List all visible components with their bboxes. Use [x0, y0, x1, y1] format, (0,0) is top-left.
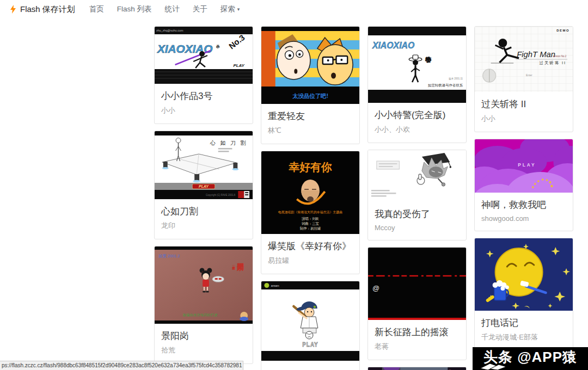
thumb-credit-line1: 电视连续剧《贫嘴张大民的幸福生活》主题曲 [278, 210, 342, 214]
thumb-title-text: 幸好有你 [288, 161, 332, 173]
flash-card-shena[interactable]: PLAY 神啊，救救我吧 showgood.com [474, 139, 573, 231]
card-body: 打电话记 千龙动漫城·E部落 [475, 311, 573, 350]
thumb-green-text: 改编自水浒传武松打虎 [182, 313, 218, 317]
thumbnail-xiaoxiao3[interactable]: zhu_zhq@sohu.com XIAOXIAO No.3 小小作品 PLAY [155, 27, 253, 84]
lightning-bolt-icon [10, 5, 16, 14]
thumb-title-text: 心 如 刀 割 [210, 140, 248, 146]
thumb-site-text: ansam [271, 285, 279, 287]
card-title: 我真的受伤了 [375, 208, 460, 221]
thumbnail-dadianhuaji[interactable] [475, 238, 573, 311]
card-author: 老蒋 [375, 342, 460, 351]
card-title: 爆笑版《幸好有你》 [268, 240, 353, 253]
thumbnail-jingyanggang[interactable]: 拾荒 2001.2 景阳岗 水浒英雄传之一 改编自水浒传武松打虎 [155, 246, 253, 324]
thumb-enter-text: Enter [526, 74, 532, 77]
thumb-copyright-text: Copyright (C) RAVE 2001.6 [206, 194, 236, 196]
card-body: 景阳岗 拾荒 [155, 324, 253, 363]
thumb-version-text: version No.2 [553, 55, 566, 58]
card-body [261, 367, 359, 370]
thumbnail-guoguanzhanjiang[interactable]: DEMO FighT Man version No.2 过关斩将 II Ente… [475, 27, 573, 92]
masonry-column-2: 太没品位了吧! 重爱轻友 林℃ 幸好有你 电视连续剧《贫嘴张大民的幸福生活》主题… [261, 26, 360, 370]
card-body: 过关斩将 II 小小 [475, 92, 573, 132]
card-body: 心如刀割 龙印 [155, 199, 253, 239]
flash-card-guoguanzhanjiang[interactable]: DEMO FighT Man version No.2 过关斩将 II Ente… [474, 26, 573, 132]
flash-card-baseball[interactable]: ansam PLAY [261, 281, 360, 370]
nav-item-label: Flash 列表 [117, 4, 152, 14]
flash-card-xiaoxiao3[interactable]: zhu_zhq@sohu.com XIAOXIAO No.3 小小作品 PLAY… [154, 26, 253, 124]
flash-card-xinrudaoge[interactable]: 心 如 刀 割 PLAY Copyright (C) RAVE 2001.6 心… [154, 131, 253, 239]
card-author: 小小 [481, 114, 566, 124]
thumb-credit-line3: 词曲：三宝 [302, 221, 320, 226]
thumb-caption-text: 太没品位了吧! [292, 93, 328, 99]
flash-card-partial[interactable] [367, 367, 467, 370]
thumb-at-text: @ [372, 284, 379, 292]
brand[interactable]: Flash 保存计划 [10, 4, 75, 15]
card-body: 重爱轻友 林℃ [261, 104, 359, 144]
card-author: 小小、小欢 [375, 125, 460, 134]
flash-card-dadianhuaji[interactable]: 打电话记 千龙动漫城·E部落 [474, 238, 573, 351]
card-author: 龙印 [161, 221, 246, 231]
card-body: 爆笑版《幸好有你》 易拉罐 [261, 234, 359, 274]
flash-card-xinchangzheng[interactable]: @ 新长征路上的摇滚 老蒋 [367, 247, 467, 360]
thumbnail-chongaiqingyou[interactable]: 太没品位了吧! [261, 27, 359, 104]
nav-item-stats[interactable]: 统计 [165, 4, 180, 14]
thumb-email-text: zhu_zhq@sohu.com [156, 29, 183, 32]
nav-item-flash-list[interactable]: Flash 列表 [117, 4, 152, 14]
flash-card-chongaiqingyou[interactable]: 太没品位了吧! 重爱轻友 林℃ [261, 26, 360, 144]
thumb-logo-text: XIAOXIAO [372, 41, 415, 50]
card-title: 景阳岗 [161, 330, 246, 343]
status-bar-url: ps://flash.zczc.cz/flash/988dbc63f848515… [0, 361, 243, 370]
navbar: Flash 保存计划 首页 Flash 列表 统计 关于 探索▾ [0, 0, 588, 18]
card-author: 小小 [161, 106, 246, 115]
watermark: 头条 @APP猿 [473, 347, 588, 370]
thumbnail-partial[interactable] [368, 367, 466, 370]
card-title: 重爱轻友 [268, 110, 353, 123]
flash-card-xiaoxiaotejing[interactable]: XIAOXIAO 小小特警 版本 2001.11 如需转载请与作者联系 小小特警… [367, 26, 467, 143]
card-title: 小小作品3号 [161, 90, 246, 103]
nav-item-home[interactable]: 首页 [89, 4, 104, 14]
nav-item-label: 首页 [89, 4, 104, 14]
flash-card-baoxiaoban[interactable]: 幸好有你 电视连续剧《贫嘴张大民的幸福生活》主题曲 演唱：刘欢 词曲：三宝 制作… [261, 151, 360, 274]
thumb-play-text: PLAY [302, 342, 318, 348]
thumb-version-text: 版本 2001.11 [449, 77, 463, 80]
thumb-credit-line4: 制作：易拉罐 [300, 226, 321, 231]
card-title: 打电话记 [481, 317, 566, 330]
card-author: 林℃ [268, 126, 353, 135]
thumb-logo-text: FighT Man [517, 50, 555, 59]
thumbnail-xinchangzheng[interactable]: @ [368, 248, 466, 320]
flash-card-woshoushangle[interactable]: 我真的受伤了 Mccoy [367, 150, 467, 240]
brand-title: Flash 保存计划 [20, 4, 75, 15]
card-title: 心如刀割 [161, 206, 246, 218]
flash-card-jingyanggang[interactable]: 拾荒 2001.2 景阳岗 水浒英雄传之一 改编自水浒传武松打虎 景阳岗 拾 [154, 246, 253, 364]
thumbnail-xiaoxiaotejing[interactable]: XIAOXIAO 小小特警 版本 2001.11 如需转载请与作者联系 [368, 27, 466, 103]
thumbnail-woshoushangle[interactable] [368, 150, 466, 202]
masonry-column-1: zhu_zhq@sohu.com XIAOXIAO No.3 小小作品 PLAY… [154, 26, 253, 364]
card-body: 新长征路上的摇滚 老蒋 [368, 320, 466, 360]
card-author: 易拉罐 [268, 256, 353, 266]
card-body: 小小特警(完全版) 小小、小欢 [368, 103, 466, 143]
masonry-column-3: XIAOXIAO 小小特警 版本 2001.11 如需转载请与作者联系 小小特警… [367, 26, 467, 370]
card-title: 神啊，救救我吧 [481, 199, 566, 212]
card-title: 过关斩将 II [481, 98, 566, 111]
card-author: showgood.com [481, 214, 566, 223]
card-author: 千龙动漫城·E部落 [481, 332, 566, 342]
card-author: 拾荒 [161, 346, 246, 355]
nav-item-label: 探索 [220, 4, 235, 14]
chevron-down-icon: ▾ [237, 7, 240, 12]
books-icon [479, 361, 510, 370]
thumbnail-baoxiaoban[interactable]: 幸好有你 电视连续剧《贫嘴张大民的幸福生活》主题曲 演唱：刘欢 词曲：三宝 制作… [261, 151, 359, 234]
thumbnail-baseball[interactable]: ansam PLAY [261, 281, 359, 367]
card-author: Mccoy [375, 224, 460, 232]
thumbnail-shena[interactable]: PLAY [475, 139, 573, 193]
thumb-credit-text: 拾荒 2001.2 [158, 254, 180, 258]
thumb-demo-text: DEMO [556, 29, 569, 32]
page: Flash 保存计划 首页 Flash 列表 统计 关于 探索▾ zhu_zhq… [0, 0, 588, 370]
nav-item-explore[interactable]: 探索▾ [220, 4, 240, 14]
nav-item-about[interactable]: 关于 [193, 4, 207, 14]
card-title: 小小特警(完全版) [375, 109, 460, 122]
nav-item-label: 统计 [165, 4, 180, 14]
thumb-play-text: PLAY [199, 184, 209, 188]
thumb-play-text: PLAY [233, 63, 244, 68]
masonry-column-4: DEMO FighT Man version No.2 过关斩将 II Ente… [474, 26, 573, 351]
card-body: 我真的受伤了 Mccoy [368, 202, 466, 240]
thumbnail-xinrudaoge[interactable]: 心 如 刀 割 PLAY Copyright (C) RAVE 2001.6 [155, 131, 253, 199]
